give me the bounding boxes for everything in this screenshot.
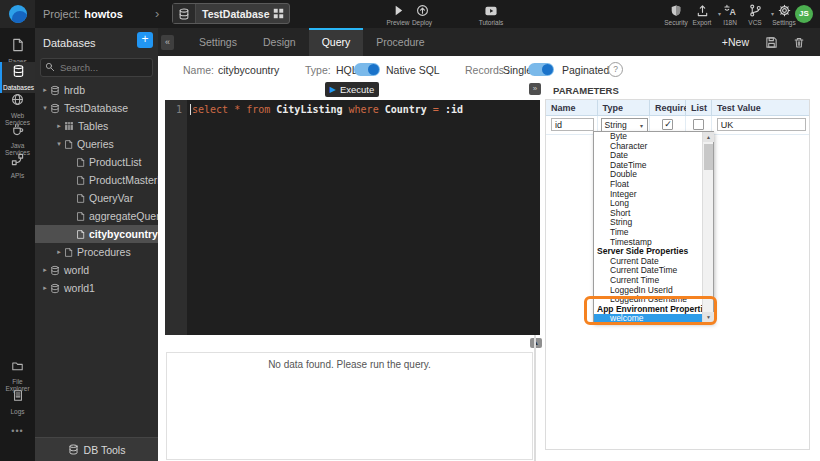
caret-down-icon[interactable]: ▾ <box>54 140 64 148</box>
column-header-type: Type <box>598 100 651 116</box>
name-label: Name: <box>183 64 214 76</box>
tree-item-productlist[interactable]: ProductList <box>35 153 158 171</box>
scroll-down-icon[interactable]: ▼ <box>703 312 714 322</box>
scrollbar-thumb[interactable] <box>704 144 713 170</box>
search-icon <box>45 62 55 72</box>
caret-right-icon[interactable]: ▸ <box>40 86 50 94</box>
column-header-name: Name <box>546 100 598 116</box>
test-value-input[interactable] <box>717 118 806 131</box>
db-tools-button[interactable]: DB Tools <box>35 437 158 461</box>
new-query-button[interactable]: +New <box>722 36 749 48</box>
records-toggle[interactable] <box>528 63 554 76</box>
tree-item-hrdb[interactable]: ▸hrdb <box>35 81 158 99</box>
databases-panel: Databases + ▸hrdb ▾TestDatabase ▸Tables … <box>35 28 158 461</box>
collapse-panel-button[interactable]: « <box>161 35 174 50</box>
tab-query[interactable]: Query <box>309 28 364 56</box>
tab-procedure[interactable]: Procedure <box>363 28 437 56</box>
sidebar-item-apis[interactable]: APIs <box>0 150 35 181</box>
query-name-value: citybycountry <box>218 64 279 76</box>
project-breadcrumb: Project:howtos <box>43 0 123 28</box>
globe-icon <box>11 93 24 106</box>
sidebar-item-databases[interactable]: Databases <box>0 62 35 93</box>
database-icon <box>173 4 196 23</box>
records-option-paginated[interactable]: Paginated <box>562 64 609 76</box>
database-icon <box>50 283 60 294</box>
wavemaker-studio-window: Project:howtos › TestDatabase Preview De… <box>0 0 820 461</box>
tree-item-productmasterlist[interactable]: ProductMasterList <box>35 171 158 189</box>
coffee-cup-icon <box>11 123 24 136</box>
table-icon <box>64 121 74 131</box>
editor-tab-strip: « Settings Design Query Procedure +New <box>158 28 820 56</box>
type-options-list: Byte Character Date DateTime Double Floa… <box>594 132 702 322</box>
panel-title: Databases <box>43 37 96 49</box>
tree-item-world[interactable]: ▸world <box>35 261 158 279</box>
tab-design[interactable]: Design <box>250 28 309 56</box>
required-checkbox[interactable] <box>662 119 673 130</box>
tree-item-citybycountry-selected[interactable]: citybycountry <box>35 225 158 243</box>
list-checkbox[interactable] <box>693 119 704 130</box>
tab-settings[interactable]: Settings <box>186 28 250 56</box>
log-file-icon <box>12 389 24 402</box>
sql-code-editor[interactable]: 1 select * from CityListing where Countr… <box>165 100 540 335</box>
document-icon <box>76 175 85 186</box>
help-icon[interactable]: ? <box>608 62 623 77</box>
select-arrow-icon: ▾ <box>637 122 647 129</box>
tree-item-testdatabase[interactable]: ▾TestDatabase <box>35 99 158 117</box>
tree-item-world1[interactable]: ▸world1 <box>35 279 158 297</box>
collapse-results-button[interactable]: ▴ <box>530 338 542 348</box>
search-input[interactable] <box>58 59 154 76</box>
param-type-select[interactable]: String ▾ <box>601 118 648 132</box>
asset-tab-testdatabase[interactable]: TestDatabase <box>172 3 290 24</box>
tree-item-procedures[interactable]: ▸Procedures <box>35 243 158 261</box>
caret-right-icon[interactable]: ▸ <box>40 284 50 292</box>
dropdown-option-welcome-selected[interactable]: welcome <box>594 314 702 322</box>
dropdown-scrollbar[interactable]: ▲ ▼ <box>702 132 713 322</box>
type-toggle[interactable] <box>354 63 380 76</box>
deploy-cloud-icon <box>404 4 440 17</box>
project-name: howtos <box>84 8 123 20</box>
type-dropdown-popup: Byte Character Date DateTime Double Floa… <box>593 131 714 323</box>
deploy-label: Deploy <box>404 19 440 26</box>
more-options-button[interactable]: ••• <box>0 426 35 436</box>
text-cursor <box>190 104 191 115</box>
tree-item-queries[interactable]: ▾Queries <box>35 135 158 153</box>
delete-button[interactable] <box>793 36 805 49</box>
caret-right-icon[interactable]: ▸ <box>54 122 64 130</box>
tree-item-tables[interactable]: ▸Tables <box>35 117 158 135</box>
document-icon <box>64 139 73 150</box>
grid-icon[interactable] <box>273 8 284 19</box>
line-number-gutter: 1 <box>165 100 187 335</box>
scroll-up-icon[interactable]: ▲ <box>703 132 714 142</box>
page-icon <box>11 38 24 52</box>
expand-editor-button[interactable]: » <box>529 83 541 95</box>
save-button[interactable] <box>765 36 778 49</box>
column-header-list: List <box>686 100 712 116</box>
top-bar: Project:howtos › TestDatabase Preview De… <box>0 0 820 28</box>
project-label: Project: <box>43 8 80 20</box>
column-header-required: Required <box>650 100 686 116</box>
database-icon <box>50 265 60 276</box>
param-name-input[interactable] <box>551 118 594 131</box>
execute-button[interactable]: ▶ Execute <box>325 82 379 97</box>
breadcrumb-chevron-icon: › <box>155 0 159 28</box>
empty-results-message: No data found. Please run the query. <box>167 359 532 370</box>
user-avatar[interactable]: JS <box>795 5 813 23</box>
caret-down-icon[interactable]: ▾ <box>40 104 50 112</box>
tree-item-aggregatequery[interactable]: aggregateQuery <box>35 207 158 225</box>
deploy-button[interactable]: Deploy <box>404 4 440 26</box>
sidebar-item-logs[interactable]: Logs <box>0 386 35 417</box>
caret-right-icon[interactable]: ▸ <box>54 248 64 256</box>
database-tree: ▸hrdb ▾TestDatabase ▸Tables ▾Queries Pro… <box>35 81 158 297</box>
tutorials-label: Tutorials <box>473 19 509 26</box>
type-label: Type: <box>305 64 331 76</box>
add-database-button[interactable]: + <box>137 32 153 48</box>
tutorials-button[interactable]: Tutorials <box>473 4 509 26</box>
tree-item-queryvar[interactable]: QueryVar <box>35 189 158 207</box>
wavemaker-logo[interactable] <box>0 0 35 28</box>
api-nodes-icon <box>11 153 24 166</box>
caret-right-icon[interactable]: ▸ <box>40 266 50 274</box>
sql-code-line: select * from CityListing where Country … <box>192 104 463 115</box>
type-option-native-sql[interactable]: Native SQL <box>386 64 440 76</box>
document-icon <box>76 229 85 240</box>
floppy-icon <box>765 36 778 49</box>
